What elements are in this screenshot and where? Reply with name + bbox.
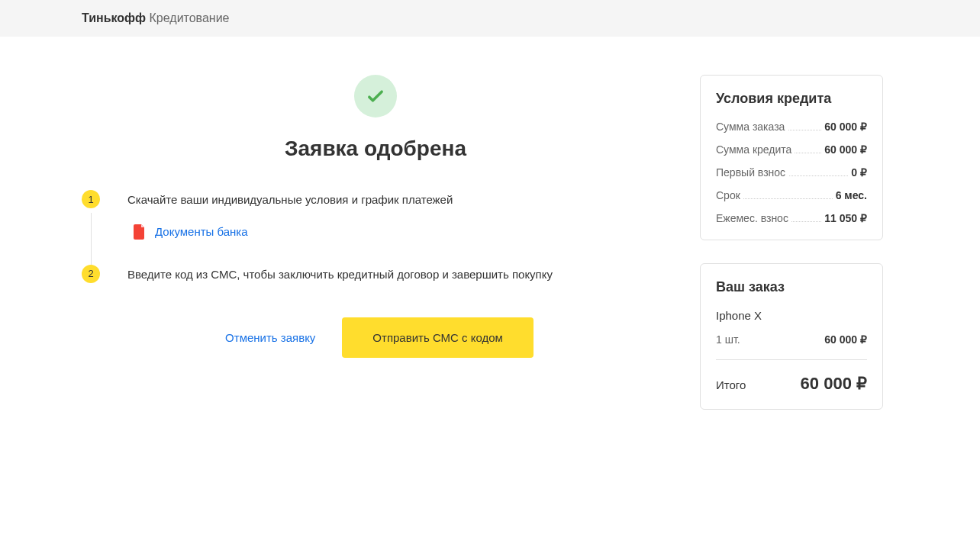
product-name: Кредитование [146,11,229,24]
order-item-name: Iphone X [716,309,867,322]
step-1-text: Скачайте ваши индивидуальные условия и г… [127,191,669,209]
step-2-text: Введите код из СМС, чтобы заключить кред… [127,266,669,284]
initial-payment-row: Первый взнос 0 ₽ [716,166,867,179]
main-content: Заявка одобрена 1 Скачайте ваши индивиду… [82,75,669,433]
success-icon [354,75,397,117]
credit-terms-card: Условия кредита Сумма заказа 60 000 ₽ Су… [700,75,883,240]
step-1: 1 Скачайте ваши индивидуальные условия и… [127,191,669,240]
send-sms-button[interactable]: Отправить СМС с кодом [342,317,534,358]
order-card: Ваш заказ Iphone X 1 шт. 60 000 ₽ Итого … [700,263,883,410]
credit-sum-row: Сумма кредита 60 000 ₽ [716,143,867,156]
credit-sum-value: 60 000 ₽ [821,143,867,156]
credit-terms-title: Условия кредита [716,91,867,107]
order-total-label: Итого [716,378,746,391]
monthly-payment-row: Ежемес. взнос 11 050 ₽ [716,212,867,224]
actions: Отменить заявку Отправить СМС с кодом [82,317,669,358]
documents-link[interactable]: Документы банка [127,224,669,240]
monthly-payment-value: 11 050 ₽ [821,212,867,224]
header: Тинькофф Кредитование [0,0,980,37]
sidebar: Условия кредита Сумма заказа 60 000 ₽ Су… [700,75,883,433]
document-icon [134,224,146,240]
term-value: 6 мес. [833,189,867,201]
cancel-button[interactable]: Отменить заявку [218,323,323,352]
order-item-price: 60 000 ₽ [824,333,867,346]
initial-payment-value: 0 ₽ [848,166,867,179]
order-title: Ваш заказ [716,279,867,295]
step-connector [91,213,92,266]
order-sum-row: Сумма заказа 60 000 ₽ [716,121,867,133]
step-2-number: 2 [82,265,100,283]
step-1-number: 1 [82,190,100,208]
step-2: 2 Введите код из СМС, чтобы заключить кр… [127,266,669,284]
order-item-qty: 1 шт. [716,333,740,346]
term-row: Срок 6 мес. [716,189,867,201]
brand-name: Тинькофф [82,11,146,24]
order-sum-value: 60 000 ₽ [821,121,867,133]
page-title: Заявка одобрена [82,137,669,161]
order-total-value: 60 000 ₽ [801,374,867,394]
order-total-row: Итого 60 000 ₽ [716,374,867,394]
documents-link-text: Документы банка [155,225,248,238]
order-item-row: 1 шт. 60 000 ₽ [716,333,867,360]
